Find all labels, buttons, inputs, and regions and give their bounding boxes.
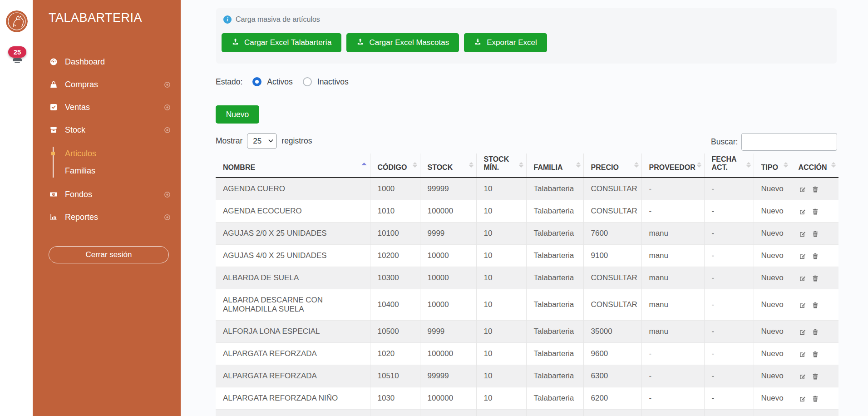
notification-badge[interactable]: 25: [8, 46, 26, 58]
cell-fecha-act: -: [704, 267, 754, 289]
cell-accion: [791, 223, 838, 245]
page-size-select[interactable]: 25: [247, 133, 277, 149]
cell-tipo: Nuevo: [754, 245, 791, 267]
cell-precio: 35000: [583, 321, 641, 343]
search-label: Buscar:: [711, 137, 738, 147]
col-header-tipo[interactable]: TIPO: [754, 154, 791, 178]
cell-nombre: AGUJAS 4/0 X 25 UNIDADES: [216, 245, 370, 267]
col-header-fecha-act[interactable]: FECHA ACT.: [704, 154, 754, 178]
table-row: AGENDA ECOCUERO101010000010TalabarteriaC…: [216, 200, 838, 223]
column-label: STOCK: [428, 163, 453, 171]
sidebar-item-reportes[interactable]: Reportes: [33, 206, 181, 228]
edit-icon[interactable]: [799, 372, 807, 381]
records-label: registros: [281, 136, 312, 146]
cell-nombre: AGUJAS 2/0 X 25 UNIDADES: [216, 223, 370, 245]
col-header-accion[interactable]: ACCIÓN: [791, 154, 838, 178]
col-header-stock-min[interactable]: STOCK MÍN.: [476, 154, 526, 178]
radio-button-icon[interactable]: [252, 77, 261, 86]
cell-codigo: 1020: [370, 343, 420, 365]
edit-icon[interactable]: [799, 328, 807, 336]
sort-asc-icon: [361, 160, 367, 165]
bulk-upload-panel: i Carga masiva de artículos Cargar Excel…: [216, 8, 837, 64]
col-header-stock[interactable]: STOCK: [420, 154, 476, 178]
app-logo-horse-icon: [6, 10, 28, 32]
sidebar-item-compras[interactable]: Compras: [33, 73, 181, 96]
trash-icon[interactable]: [811, 252, 819, 260]
cell-accion: [791, 178, 838, 200]
cell-precio: CONSULTAR: [583, 178, 641, 200]
table-row: AGENDA CUERO10009999910TalabarteriaCONSU…: [216, 178, 838, 200]
cell-stock: 9999: [420, 223, 476, 245]
trash-icon[interactable]: [811, 208, 819, 216]
radio-activos[interactable]: Activos: [252, 77, 292, 87]
cell-fecha-act: -: [704, 321, 754, 343]
column-label: ACCIÓN: [799, 163, 827, 171]
cell-familia: Talabarteria: [526, 365, 583, 387]
column-label: PRECIO: [591, 163, 619, 171]
edit-icon[interactable]: [799, 350, 807, 358]
sort-carets-icon: [413, 160, 417, 170]
col-header-precio[interactable]: PRECIO: [583, 154, 641, 178]
radio-button-icon[interactable]: [303, 77, 312, 86]
trash-icon[interactable]: [811, 328, 819, 336]
circle-toggle-icon: [164, 127, 171, 134]
cell-stock: 10000: [420, 289, 476, 321]
col-header-codigo[interactable]: CÓDIGO: [370, 154, 420, 178]
edit-icon[interactable]: [799, 274, 807, 282]
edit-icon[interactable]: [799, 208, 807, 216]
box-icon: [49, 125, 58, 134]
cell-nombre: ALBARDA DESCARNE CON ALMOHADILLA SUELA: [216, 289, 370, 321]
cell-codigo: 10400: [370, 289, 420, 321]
column-label: STOCK MÍN.: [484, 155, 509, 171]
page: { "sidebar": { "title": "TALABARTERIA", …: [0, 0, 868, 416]
cell-proveedor: -: [641, 343, 704, 365]
cell-nombre: AGENDA CUERO: [216, 178, 370, 200]
table-row: ALBARDA DE SUELA103001000010Talabarteria…: [216, 267, 838, 289]
cargar-excel-talabarteria-button[interactable]: Cargar Excel Talabartería: [222, 33, 341, 52]
cell-tipo: Nuevo: [754, 387, 791, 410]
sidebar-item-stock[interactable]: Stock: [33, 119, 181, 141]
exportar-excel-button[interactable]: Exportar Excel: [464, 33, 547, 52]
cell-codigo: 1000: [370, 178, 420, 200]
upload-icon: [356, 38, 364, 48]
edit-icon[interactable]: [799, 395, 807, 403]
estado-options: ActivosInactivos: [249, 77, 348, 87]
edit-icon[interactable]: [799, 252, 807, 260]
logout-button[interactable]: Cerrar sesión: [49, 246, 169, 263]
search-input[interactable]: [741, 133, 837, 151]
trash-icon[interactable]: [811, 372, 819, 381]
sidebar-subitem-familias[interactable]: Familias: [33, 162, 181, 179]
cell-precio: CONSULTAR: [583, 267, 641, 289]
sidebar-item-label: Fondos: [65, 190, 92, 199]
cargar-excel-mascotas-button[interactable]: Cargar Excel Mascotas: [346, 33, 459, 52]
edit-icon[interactable]: [799, 301, 807, 309]
nuevo-button[interactable]: Nuevo: [216, 105, 259, 124]
cell-tipo: Nuevo: [754, 178, 791, 200]
sort-carets-icon: [576, 160, 581, 170]
sidebar-item-ventas[interactable]: Ventas: [33, 96, 181, 119]
sidebar-item-fondos[interactable]: Fondos: [33, 183, 181, 206]
trash-icon[interactable]: [811, 395, 819, 403]
cell-empty: [754, 410, 791, 416]
cell-empty: [476, 410, 526, 416]
trash-icon[interactable]: [811, 274, 819, 282]
cell-precio: 9100: [583, 245, 641, 267]
cell-codigo: 1030: [370, 387, 420, 410]
table-body: AGENDA CUERO10009999910TalabarteriaCONSU…: [216, 178, 838, 416]
sidebar-subitem-articulos[interactable]: Articulos: [33, 145, 181, 162]
radio-inactivos[interactable]: Inactivos: [303, 77, 349, 87]
edit-icon[interactable]: [799, 230, 807, 238]
edit-icon[interactable]: [799, 185, 807, 193]
col-header-proveedor[interactable]: PROVEEDOR: [641, 154, 704, 178]
cell-accion: [791, 267, 838, 289]
col-header-nombre[interactable]: NOMBRE: [216, 154, 370, 178]
trash-icon[interactable]: [811, 185, 819, 193]
articles-table: NOMBRECÓDIGOSTOCKSTOCK MÍN.FAMILIAPRECIO…: [216, 154, 838, 416]
trash-icon[interactable]: [811, 301, 819, 309]
cell-stock: 99999: [420, 365, 476, 387]
trash-icon[interactable]: [811, 350, 819, 358]
cell-tipo: Nuevo: [754, 200, 791, 223]
sidebar-item-dashboard[interactable]: Dashboard: [33, 50, 181, 73]
col-header-familia[interactable]: FAMILIA: [526, 154, 583, 178]
trash-icon[interactable]: [811, 230, 819, 238]
